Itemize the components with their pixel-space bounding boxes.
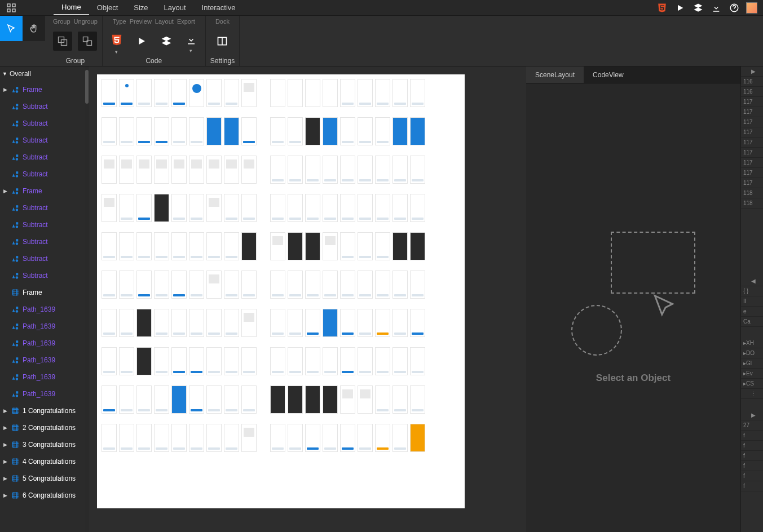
artboard-thumbnail[interactable] (119, 385, 134, 414)
main-tab-layout[interactable]: Layout (156, 0, 194, 15)
artboard-thumbnail[interactable] (288, 117, 303, 145)
artboard-thumbnail[interactable] (323, 232, 338, 260)
artboard-thumbnail[interactable] (375, 385, 390, 414)
artboard-thumbnail[interactable] (270, 309, 285, 337)
artboard-thumbnail[interactable] (154, 424, 169, 452)
layer-row[interactable]: Subtract (0, 166, 85, 183)
artboard-thumbnail[interactable] (375, 232, 390, 260)
artboard-thumbnail[interactable] (288, 79, 303, 107)
artboard-thumbnail[interactable] (102, 232, 117, 260)
main-tab-home[interactable]: Home (54, 0, 89, 15)
artboard-thumbnail[interactable] (375, 424, 390, 452)
artboard-thumbnail[interactable] (392, 79, 408, 107)
artboard-thumbnail[interactable] (305, 194, 320, 222)
hand-tool[interactable] (23, 16, 45, 41)
artboard-thumbnail[interactable] (305, 156, 320, 184)
layer-row[interactable]: Subtract (0, 115, 85, 132)
artboard-thumbnail[interactable] (375, 347, 390, 375)
artboard-thumbnail[interactable] (410, 424, 425, 452)
preview-button[interactable] (132, 32, 151, 51)
artboard-thumbnail[interactable] (410, 156, 425, 184)
artboard-thumbnail[interactable] (241, 79, 257, 107)
artboard-thumbnail[interactable] (305, 424, 320, 452)
gutter-item[interactable]: 117 (741, 158, 763, 168)
artboard-thumbnail[interactable] (206, 385, 222, 414)
artboard-thumbnail[interactable] (224, 385, 239, 414)
artboard-thumbnail[interactable] (102, 424, 117, 452)
artboard-thumbnail[interactable] (102, 194, 117, 222)
artboard-thumbnail[interactable] (136, 232, 152, 260)
artboard-thumbnail[interactable] (270, 117, 285, 145)
artboard-thumbnail[interactable] (323, 194, 338, 222)
artboard-thumbnail[interactable] (171, 385, 187, 414)
artboard-thumbnail[interactable] (358, 232, 373, 260)
user-avatar[interactable] (746, 2, 757, 14)
artboard-thumbnail[interactable] (323, 117, 338, 145)
gutter-item[interactable]: 116 (741, 87, 763, 97)
artboard-thumbnail[interactable] (305, 309, 320, 337)
artboard-thumbnail[interactable] (340, 309, 355, 337)
artboard-thumbnail[interactable] (224, 347, 239, 375)
artboard-thumbnail[interactable] (189, 232, 204, 260)
artboard-thumbnail[interactable] (241, 194, 257, 222)
artboard-thumbnail[interactable] (154, 79, 169, 107)
artboard-thumbnail[interactable] (410, 385, 425, 414)
gutter-item[interactable]: ▶ (741, 66, 763, 77)
artboard-thumbnail[interactable] (189, 385, 204, 414)
layer-row[interactable]: Path_1639 (0, 301, 85, 318)
artboard-thumbnail[interactable] (358, 347, 373, 375)
artboard-thumbnail[interactable] (171, 347, 187, 375)
artboard-thumbnail[interactable] (358, 309, 373, 337)
artboard-thumbnail[interactable] (171, 117, 187, 145)
group-button[interactable] (53, 32, 72, 51)
layer-row[interactable]: ▶Frame (0, 183, 85, 200)
main-tab-object[interactable]: Object (89, 0, 126, 15)
gutter-item[interactable]: 117 (741, 97, 763, 107)
artboard-thumbnail[interactable] (189, 79, 204, 107)
artboard-thumbnail[interactable] (323, 156, 338, 184)
artboard-thumbnail[interactable] (323, 309, 338, 337)
ungroup-button[interactable] (78, 32, 97, 51)
artboard-thumbnail[interactable] (288, 424, 303, 452)
gutter-item[interactable]: f (741, 461, 763, 471)
artboard-thumbnail[interactable] (189, 117, 204, 145)
gutter-item[interactable]: 118 (741, 198, 763, 209)
artboard-thumbnail[interactable] (119, 271, 134, 299)
artboard-thumbnail[interactable] (410, 271, 425, 299)
artboard-thumbnail[interactable] (358, 156, 373, 184)
artboard-thumbnail[interactable] (102, 309, 117, 337)
artboard-thumbnail[interactable] (340, 194, 355, 222)
artboard-thumbnail[interactable] (119, 424, 134, 452)
artboard-thumbnail[interactable] (288, 194, 303, 222)
artboard-thumbnail[interactable] (305, 271, 320, 299)
artboard-thumbnail[interactable] (154, 309, 169, 337)
artboard-thumbnail[interactable] (136, 156, 152, 184)
layer-row[interactable]: Subtract (0, 132, 85, 149)
artboard-thumbnail[interactable] (340, 232, 355, 260)
artboard-thumbnail[interactable] (119, 79, 134, 107)
artboard-thumbnail[interactable] (154, 347, 169, 375)
artboard-thumbnail[interactable] (154, 232, 169, 260)
artboard-thumbnail[interactable] (189, 271, 204, 299)
artboard-thumbnail[interactable] (119, 309, 134, 337)
gutter-item[interactable]: 117 (741, 107, 763, 117)
artboard-thumbnail[interactable] (189, 194, 204, 222)
gutter-item[interactable]: 27 (741, 420, 763, 431)
layer-row[interactable]: ▶5 Congratulations (0, 470, 85, 487)
artboard-thumbnail[interactable] (136, 309, 152, 337)
html5-icon[interactable] (656, 2, 668, 14)
layer-row[interactable]: Subtract (0, 250, 85, 267)
artboard-thumbnail[interactable] (136, 424, 152, 452)
artboard-thumbnail[interactable] (288, 156, 303, 184)
artboard-thumbnail[interactable] (102, 347, 117, 375)
artboard-thumbnail[interactable] (270, 424, 285, 452)
artboard-thumbnail[interactable] (340, 156, 355, 184)
layer-row[interactable]: Subtract (0, 149, 85, 166)
artboard-thumbnail[interactable] (119, 194, 134, 222)
artboard-thumbnail[interactable] (171, 79, 187, 107)
artboard-thumbnail[interactable] (154, 156, 169, 184)
play-icon[interactable] (674, 2, 686, 14)
app-menu-icon[interactable] (0, 0, 23, 15)
layer-row[interactable]: Subtract (0, 233, 85, 250)
artboard-thumbnail[interactable] (392, 347, 408, 375)
